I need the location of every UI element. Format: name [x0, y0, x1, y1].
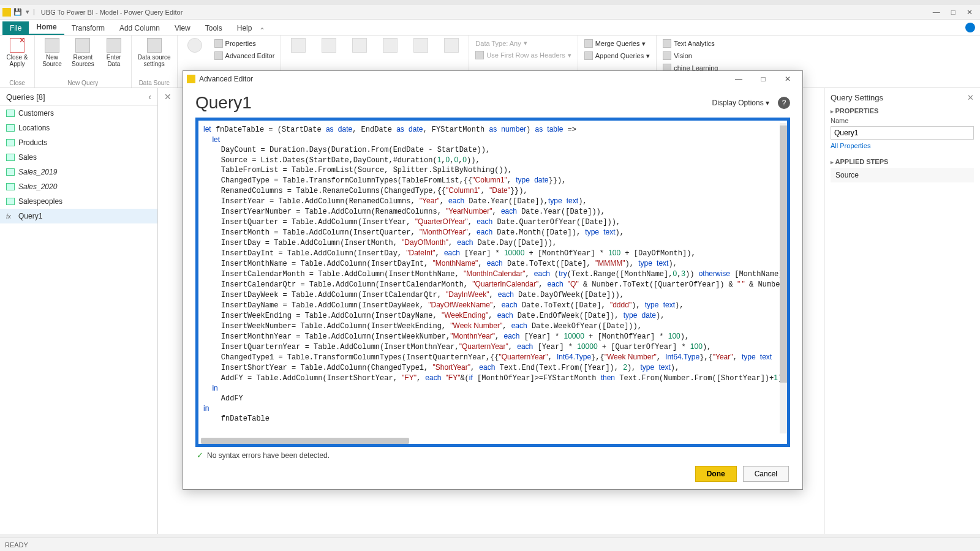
advanced-editor-button[interactable]: Advanced Editor: [212, 50, 277, 61]
powerbi-icon: [2, 8, 11, 17]
vision-icon: [663, 51, 671, 60]
done-button[interactable]: Done: [695, 466, 737, 482]
ribbon-tabs: File Home Transform Add Column View Tool…: [0, 20, 980, 36]
query-item-query1[interactable]: fxQuery1: [0, 209, 157, 223]
table-icon: [6, 168, 15, 176]
new-source-icon: [45, 38, 59, 53]
dialog-maximize-button[interactable]: □: [752, 73, 774, 84]
close-settings-icon[interactable]: ✕: [967, 93, 974, 102]
horizontal-scrollbar[interactable]: [201, 438, 409, 444]
window-title: UBG To Power BI - Model - Power Query Ed…: [41, 9, 183, 16]
queries-header-label: Queries [8]: [6, 92, 45, 102]
table-icon: [6, 154, 15, 161]
window-maximize-button[interactable]: □: [951, 8, 956, 17]
clear-icon[interactable]: ✕: [164, 92, 172, 102]
keep-rows-button: [346, 37, 373, 55]
window-minimize-button[interactable]: —: [933, 8, 940, 17]
qat-dropdown-icon[interactable]: ▾: [26, 8, 29, 16]
split-column-button: [438, 37, 465, 55]
ribbon-collapse-icon[interactable]: ⌃: [259, 26, 265, 35]
applied-step-source[interactable]: Source: [831, 168, 974, 182]
query-item-label: Sales_2019: [18, 168, 57, 176]
sort-icon: [413, 38, 428, 53]
text-analytics-button[interactable]: Text Analytics: [660, 38, 720, 49]
query-item-label: Products: [18, 138, 47, 147]
status-bar: READY: [0, 538, 980, 551]
new-source-button[interactable]: New Source: [39, 37, 66, 69]
query-name-input[interactable]: [831, 126, 974, 140]
tab-home[interactable]: Home: [29, 20, 64, 35]
help-badge-icon[interactable]: [965, 23, 975, 32]
remove-rows-button: [377, 37, 404, 55]
all-properties-link[interactable]: All Properties: [831, 142, 974, 149]
recent-sources-button[interactable]: Recent Sources: [69, 37, 97, 69]
tab-file[interactable]: File: [2, 21, 29, 35]
data-type-dropdown: Data Type: Any ▾: [473, 38, 573, 48]
close-apply-button[interactable]: ✕ Close & Apply: [4, 37, 31, 69]
window-close-button[interactable]: ✕: [967, 8, 973, 17]
chevron-down-icon: ▾: [568, 51, 571, 59]
data-source-settings-button[interactable]: Data source settings: [135, 37, 173, 69]
table-icon: [6, 139, 15, 146]
query-item-salespeoples[interactable]: Salespeoples: [0, 194, 157, 209]
text-analytics-icon: [663, 39, 671, 48]
chevron-down-icon: ▾: [524, 39, 527, 47]
dialog-heading: Query1: [195, 93, 252, 113]
refresh-button[interactable]: [181, 37, 208, 62]
use-first-row-button: Use First Row as Headers ▾: [473, 50, 573, 61]
save-icon[interactable]: 💾: [13, 8, 22, 16]
query-item-label: Customers: [18, 109, 54, 118]
scrollbar-thumb[interactable]: [780, 126, 787, 383]
properties-section-title: PROPERTIES: [831, 107, 974, 114]
tab-view[interactable]: View: [167, 21, 198, 35]
group-new-query-label: New Query: [39, 78, 127, 86]
append-queries-icon: [584, 51, 593, 60]
tab-help[interactable]: Help: [230, 21, 260, 35]
merge-queries-button[interactable]: Merge Queries ▾: [582, 38, 653, 49]
use-first-row-icon: [475, 51, 484, 59]
remove-columns-icon: [322, 38, 336, 53]
cancel-button[interactable]: Cancel: [743, 466, 789, 482]
query-settings-pane: Query Settings ✕ PROPERTIES Name All Pro…: [824, 88, 980, 534]
close-apply-label: Close & Apply: [6, 54, 28, 67]
tab-transform[interactable]: Transform: [64, 21, 112, 35]
merge-queries-icon: [584, 39, 593, 48]
chevron-left-icon[interactable]: ‹: [148, 92, 151, 102]
qat-sep: |: [33, 8, 35, 16]
choose-columns-icon: [291, 38, 306, 53]
query-item-customers[interactable]: Customers: [0, 106, 157, 121]
split-column-icon: [444, 38, 459, 53]
remove-columns-button: [315, 37, 342, 55]
tab-tools[interactable]: Tools: [198, 21, 230, 35]
append-queries-button[interactable]: Append Queries ▾: [582, 50, 653, 61]
query-item-products[interactable]: Products: [0, 135, 157, 150]
queries-pane: Queries [8] ‹ CustomersLocationsProducts…: [0, 88, 158, 534]
tab-add-column[interactable]: Add Column: [112, 21, 167, 35]
display-options-dropdown[interactable]: Display Options ▾: [712, 99, 769, 107]
sort-button: [407, 37, 434, 55]
query-settings-title: Query Settings: [831, 93, 883, 102]
query-item-sales[interactable]: Sales: [0, 150, 157, 165]
powerbi-icon: [187, 75, 195, 83]
table-icon: [6, 183, 15, 190]
vision-button[interactable]: Vision: [660, 50, 720, 61]
code-editor[interactable]: let fnDateTable = (StartDate as date, En…: [195, 118, 790, 447]
check-icon: ✓: [197, 451, 203, 460]
query-item-sales_2019[interactable]: Sales_2019: [0, 165, 157, 179]
window-titlebar: 💾 ▾ | UBG To Power BI - Model - Power Qu…: [0, 5, 980, 20]
help-icon[interactable]: ?: [778, 97, 790, 109]
vertical-scrollbar[interactable]: [780, 123, 787, 433]
query-item-label: Locations: [18, 124, 50, 132]
query-item-locations[interactable]: Locations: [0, 121, 157, 135]
dialog-minimize-button[interactable]: —: [728, 73, 750, 84]
syntax-status-text: No syntax errors have been detected.: [207, 451, 330, 460]
enter-data-button[interactable]: Enter Data: [100, 37, 127, 69]
group-close-label: Close: [4, 78, 31, 86]
properties-button[interactable]: Properties: [212, 38, 277, 49]
dialog-close-button[interactable]: ✕: [777, 73, 799, 84]
advanced-editor-icon: [214, 51, 223, 60]
chevron-down-icon: ▾: [642, 40, 646, 48]
table-icon: [6, 198, 15, 205]
close-apply-icon: ✕: [10, 38, 24, 53]
query-item-sales_2020[interactable]: Sales_2020: [0, 179, 157, 194]
